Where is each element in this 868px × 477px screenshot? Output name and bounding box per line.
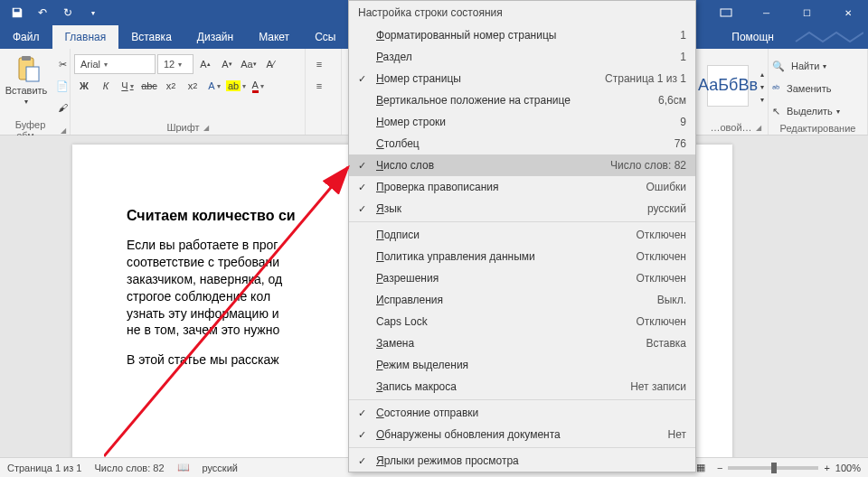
menu-item-5[interactable]: Столбец76 <box>349 133 695 154</box>
zoom-slider[interactable] <box>728 466 818 470</box>
style-tile-text: АаБбВв <box>698 76 758 95</box>
select-label: Выделить <box>787 106 833 117</box>
change-case-button[interactable]: Aa▾ <box>239 54 259 74</box>
select-button[interactable]: ↖ Выделить▾ <box>772 101 840 121</box>
menu-item-3[interactable]: Вертикальное положение на странице6,6см <box>349 89 695 111</box>
menu-item-17[interactable]: ✓Состояние отправки <box>349 402 695 424</box>
group-font-label: Шрифт <box>166 122 199 133</box>
svg-rect-2 <box>22 56 31 61</box>
zoom-out-button[interactable]: − <box>717 463 722 473</box>
text-effects-button[interactable]: A <box>204 76 224 96</box>
group-paragraph-partial: ≡ ≡ <box>306 49 342 135</box>
menu-item-2[interactable]: ✓Номер страницыСтраница 1 из 1 <box>349 68 695 89</box>
menu-item-18[interactable]: ✓Обнаружены обновления документаНет <box>349 424 695 445</box>
paste-label: Вставить <box>5 85 48 96</box>
statusbar-customize-menu: Настройка строки состояния Форматированн… <box>348 0 696 472</box>
menu-item-4[interactable]: Номер строки9 <box>349 111 695 133</box>
status-word-count[interactable]: Число слов: 82 <box>94 463 164 473</box>
menu-item-14[interactable]: ЗаменаВставка <box>349 332 695 354</box>
ribbon-logo <box>787 25 868 49</box>
status-page[interactable]: Страница 1 из 1 <box>7 463 81 473</box>
svg-rect-3 <box>26 67 39 81</box>
ribbon-display-button[interactable] <box>705 0 746 25</box>
menu-item-9[interactable]: ПодписиОтключен <box>349 224 695 246</box>
status-proofing-icon[interactable]: 📖 <box>177 462 190 473</box>
format-painter-button[interactable]: 🖌 <box>52 98 72 117</box>
menu-title: Настройка строки состояния <box>349 1 695 24</box>
maximize-button[interactable]: ☐ <box>787 0 827 25</box>
search-icon: 🔍 <box>772 61 785 72</box>
menu-item-11[interactable]: РазрешенияОтключен <box>349 267 695 289</box>
tab-file[interactable]: Файл <box>0 25 52 49</box>
replace-label: Заменить <box>787 83 831 94</box>
menu-item-0[interactable]: Форматированный номер страницы1 <box>349 24 695 46</box>
group-font: Arial 12 A▴ A▾ Aa▾ A⁄ Ж К Ч abc x2 x2 A … <box>71 49 306 135</box>
styles-dialog-launcher[interactable]: ◢ <box>756 124 761 132</box>
group-styles-partial: АаБбВв ▴ ▾ ▾ …овой…◢ <box>703 49 769 135</box>
highlight-button[interactable]: ab <box>226 76 246 96</box>
align-left-button[interactable]: ≡ <box>309 76 329 96</box>
underline-button[interactable]: Ч <box>118 76 137 96</box>
menu-item-6[interactable]: ✓Число словЧисло слов: 82 <box>349 154 695 176</box>
bold-button[interactable]: Ж <box>74 76 94 96</box>
menu-item-8[interactable]: ✓Языкрусский <box>349 198 695 220</box>
menu-item-13[interactable]: Caps LockОтключен <box>349 311 695 332</box>
status-language[interactable]: русский <box>203 463 238 473</box>
qat-customize-button[interactable]: ▾ <box>81 2 105 23</box>
zoom-in-button[interactable]: + <box>824 463 829 473</box>
redo-button[interactable]: ↻ <box>56 2 80 23</box>
replace-button[interactable]: ᵃᵇ Заменить <box>772 79 840 98</box>
tab-insert[interactable]: Вставка <box>118 25 184 49</box>
close-button[interactable]: ✕ <box>827 0 868 25</box>
font-size-combo[interactable]: 12 <box>157 54 193 74</box>
find-button[interactable]: 🔍 Найти▾ <box>772 56 840 76</box>
group-clipboard: Вставить ▾ ✂ 📄 🖌 Буфер обм…◢ <box>0 49 71 135</box>
menu-item-12[interactable]: ИсправленияВыкл. <box>349 289 695 311</box>
menu-item-1[interactable]: Раздел1 <box>349 46 695 68</box>
clipboard-dialog-launcher[interactable]: ◢ <box>61 126 66 135</box>
italic-button[interactable]: К <box>96 76 116 96</box>
grow-font-button[interactable]: A▴ <box>195 54 215 74</box>
copy-button[interactable]: 📄 <box>52 76 72 96</box>
strike-button[interactable]: abc <box>139 76 159 96</box>
font-dialog-launcher[interactable]: ◢ <box>203 124 209 132</box>
menu-item-7[interactable]: ✓Проверка правописанияОшибки <box>349 176 695 198</box>
font-color-button[interactable]: A <box>248 76 268 96</box>
superscript-button[interactable]: x2 <box>183 76 203 96</box>
svg-rect-0 <box>721 9 731 16</box>
tab-references[interactable]: Ссы <box>302 25 348 49</box>
bullets-button[interactable]: ≡ <box>309 54 329 74</box>
tab-layout[interactable]: Макет <box>246 25 302 49</box>
group-editing-label: Редактирование <box>780 123 856 134</box>
minimize-button[interactable]: ─ <box>746 0 787 25</box>
cut-button[interactable]: ✂ <box>52 54 72 74</box>
font-name-combo[interactable]: Arial <box>74 54 156 74</box>
save-button[interactable] <box>5 2 29 23</box>
quick-access-toolbar: ↶ ↻ ▾ <box>0 2 110 23</box>
menu-item-16[interactable]: Запись макросаНет записи <box>349 376 695 398</box>
cursor-icon: ↖ <box>772 106 780 117</box>
replace-icon: ᵃᵇ <box>772 83 780 95</box>
shrink-font-button[interactable]: A▾ <box>217 54 237 74</box>
find-label: Найти <box>791 61 819 71</box>
clear-formatting-button[interactable]: A⁄ <box>260 54 280 74</box>
menu-item-10[interactable]: Политика управления даннымиОтключен <box>349 246 695 267</box>
menu-item-19[interactable]: ✓Ярлыки режимов просмотра <box>349 450 695 472</box>
undo-button[interactable]: ↶ <box>31 2 54 23</box>
style-tile-heading[interactable]: АаБбВв <box>707 65 749 107</box>
menu-item-15[interactable]: Режим выделения <box>349 354 695 376</box>
subscript-button[interactable]: x2 <box>161 76 181 96</box>
window-controls: ─ ☐ ✕ <box>705 0 868 25</box>
group-styles-label: …овой… <box>710 122 751 133</box>
group-editing: 🔍 Найти▾ ᵃᵇ Заменить ↖ Выделить▾ Редакти… <box>769 49 868 135</box>
clipboard-icon <box>12 54 41 83</box>
tab-help[interactable]: Помощн <box>719 25 787 49</box>
tab-design[interactable]: Дизайн <box>184 25 246 49</box>
paste-button[interactable]: Вставить ▾ <box>4 51 49 109</box>
zoom-level[interactable]: 100% <box>835 463 861 473</box>
tab-home[interactable]: Главная <box>52 25 119 49</box>
